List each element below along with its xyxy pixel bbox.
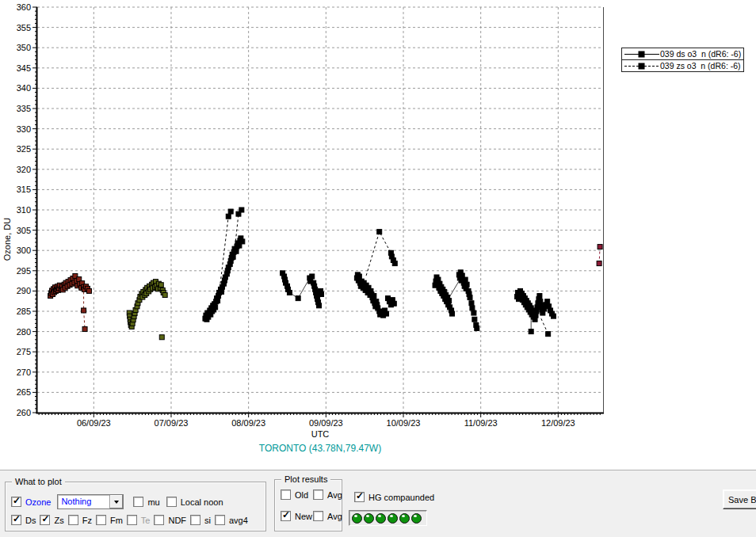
fz-checkbox[interactable] bbox=[68, 515, 78, 525]
avg4-checkbox[interactable] bbox=[215, 515, 225, 525]
svg-text:06/09/23: 06/09/23 bbox=[77, 418, 111, 428]
cluster-ds-1209 bbox=[597, 245, 602, 266]
svg-text:290: 290 bbox=[17, 286, 31, 295]
te-label: Te bbox=[141, 516, 151, 525]
checkmark-icon: ✓ bbox=[356, 490, 364, 501]
old-control[interactable]: Old bbox=[281, 489, 313, 500]
svg-text:07/09/23: 07/09/23 bbox=[155, 418, 189, 428]
svg-text:275: 275 bbox=[17, 347, 31, 356]
local-noon-label: Local noon bbox=[181, 497, 223, 507]
avg4-label: avg4 bbox=[229, 516, 248, 525]
save-bmp-button[interactable]: Save BM bbox=[723, 489, 756, 509]
plot-results-row2: ✓NewAvg bbox=[281, 511, 342, 521]
legend-entry-label: 039 zs o3 n (dR6: -6) bbox=[660, 61, 741, 70]
combobox-dropdown-button[interactable] bbox=[109, 495, 123, 508]
avg-old-control[interactable]: Avg bbox=[313, 489, 342, 500]
checkmark-icon: ✓ bbox=[41, 513, 49, 524]
new-label: New bbox=[295, 512, 312, 521]
cluster-ds-0609 bbox=[127, 280, 167, 329]
ds-label: Ds bbox=[25, 516, 36, 525]
si-control[interactable]: si bbox=[190, 515, 211, 525]
hg-indicator-panel bbox=[349, 510, 427, 526]
ozone-source-combobox-value: Nothing bbox=[58, 495, 109, 508]
svg-text:355: 355 bbox=[17, 23, 31, 32]
zs-label: Zs bbox=[54, 516, 63, 525]
checkmark-icon: ✓ bbox=[282, 509, 290, 520]
fm-checkbox[interactable] bbox=[96, 515, 106, 525]
svg-text:330: 330 bbox=[17, 124, 31, 134]
svg-text:295: 295 bbox=[17, 266, 31, 276]
old-checkbox[interactable] bbox=[281, 489, 291, 500]
svg-text:310: 310 bbox=[17, 205, 31, 215]
hg-compaunded-label: HG compaunded bbox=[368, 493, 434, 502]
svg-text:260: 260 bbox=[17, 408, 31, 417]
svg-text:315: 315 bbox=[17, 185, 31, 194]
svg-text:300: 300 bbox=[17, 246, 31, 255]
avg-new-control[interactable]: Avg bbox=[313, 511, 342, 521]
ndf-control[interactable]: NDF bbox=[154, 515, 186, 525]
hg-compaunded-control[interactable]: ✓HG compaunded bbox=[354, 492, 434, 502]
what-to-plot-row2: ✓Ds✓ZsFzFmTeNDFsiavg4 bbox=[11, 515, 248, 525]
te-control: Te bbox=[127, 515, 151, 525]
new-control[interactable]: ✓New bbox=[281, 511, 313, 521]
svg-text:270: 270 bbox=[17, 368, 31, 377]
avg4-control[interactable]: avg4 bbox=[215, 515, 248, 525]
zs-control[interactable]: ✓Zs bbox=[40, 515, 63, 525]
svg-text:325: 325 bbox=[17, 144, 31, 154]
plot-results-groupbox: Plot results OldAvg ✓NewAvg bbox=[274, 479, 342, 531]
hg-led-indicator bbox=[399, 513, 410, 524]
station-title: TORONTO (43.78N,79.47W) bbox=[37, 443, 603, 454]
ds-control[interactable]: ✓Ds bbox=[11, 515, 36, 525]
legend-entry: 039 ds o3 n (dR6: -6) bbox=[621, 48, 744, 60]
mu-control[interactable]: mu bbox=[133, 497, 159, 507]
hg-compaunded-checkbox[interactable]: ✓ bbox=[354, 492, 365, 502]
zs-checkbox[interactable]: ✓ bbox=[40, 515, 50, 525]
svg-text:10/09/23: 10/09/23 bbox=[387, 418, 421, 428]
hg-led-indicator bbox=[411, 513, 422, 524]
brewer-plot-window: 2602652702752802852902953003053103153203… bbox=[0, 0, 756, 537]
legend-entry: 039 zs o3 n (dR6: -6) bbox=[621, 59, 744, 72]
avg-old-label: Avg bbox=[327, 490, 342, 500]
ds-checkbox[interactable]: ✓ bbox=[11, 515, 21, 525]
avg-new-checkbox[interactable] bbox=[313, 511, 323, 521]
what-to-plot-title: What to plot bbox=[12, 476, 65, 487]
bottom-control-panel: What to plot ✓OzoneNothingmuLocal noon ✓… bbox=[0, 470, 756, 537]
ozone-source-combobox[interactable]: Nothing bbox=[57, 494, 124, 509]
ozone-control[interactable]: ✓Ozone bbox=[11, 497, 51, 507]
plot-results-title: Plot results bbox=[281, 474, 330, 485]
si-checkbox[interactable] bbox=[190, 515, 200, 525]
cluster-ds-1109 bbox=[515, 288, 556, 322]
checkmark-icon: ✓ bbox=[13, 495, 21, 506]
solid-line-sample bbox=[624, 50, 660, 59]
fz-control[interactable]: Fz bbox=[68, 515, 92, 525]
mu-checkbox[interactable] bbox=[133, 497, 143, 507]
plot-results-row1: OldAvg bbox=[281, 489, 342, 500]
fm-control[interactable]: Fm bbox=[96, 515, 123, 525]
axis-tick-labels: 2602652702752802852902953003053103153203… bbox=[17, 2, 575, 428]
cluster-zs-0609 bbox=[159, 335, 164, 340]
avg-old-checkbox[interactable] bbox=[313, 489, 323, 500]
ozone-checkbox[interactable]: ✓ bbox=[11, 497, 21, 507]
svg-text:285: 285 bbox=[17, 307, 31, 316]
new-checkbox[interactable]: ✓ bbox=[281, 511, 291, 521]
svg-text:350: 350 bbox=[17, 43, 31, 52]
svg-text:335: 335 bbox=[17, 104, 31, 113]
what-to-plot-groupbox: What to plot ✓OzoneNothingmuLocal noon ✓… bbox=[5, 482, 266, 531]
legend-entry-label: 039 ds o3 n (dR6: -6) bbox=[660, 49, 741, 59]
cluster-zs-0909 bbox=[377, 230, 398, 266]
te-checkbox bbox=[127, 515, 137, 525]
cluster-ds-0809 bbox=[281, 271, 324, 308]
svg-text:360: 360 bbox=[17, 2, 31, 12]
chevron-down-icon bbox=[114, 501, 119, 504]
local-noon-checkbox[interactable] bbox=[166, 497, 177, 507]
gridlines bbox=[37, 7, 603, 413]
mu-label: mu bbox=[147, 497, 159, 507]
cluster-zs-1109 bbox=[529, 329, 550, 337]
hg-led-indicator bbox=[388, 513, 398, 524]
local-noon-control[interactable]: Local noon bbox=[166, 497, 223, 507]
fz-label: Fz bbox=[82, 516, 92, 525]
cluster-zs-0709 bbox=[226, 208, 244, 219]
hg-led-indicator bbox=[352, 513, 362, 524]
ozone-label: Ozone bbox=[25, 497, 51, 507]
ndf-checkbox[interactable] bbox=[154, 515, 164, 525]
